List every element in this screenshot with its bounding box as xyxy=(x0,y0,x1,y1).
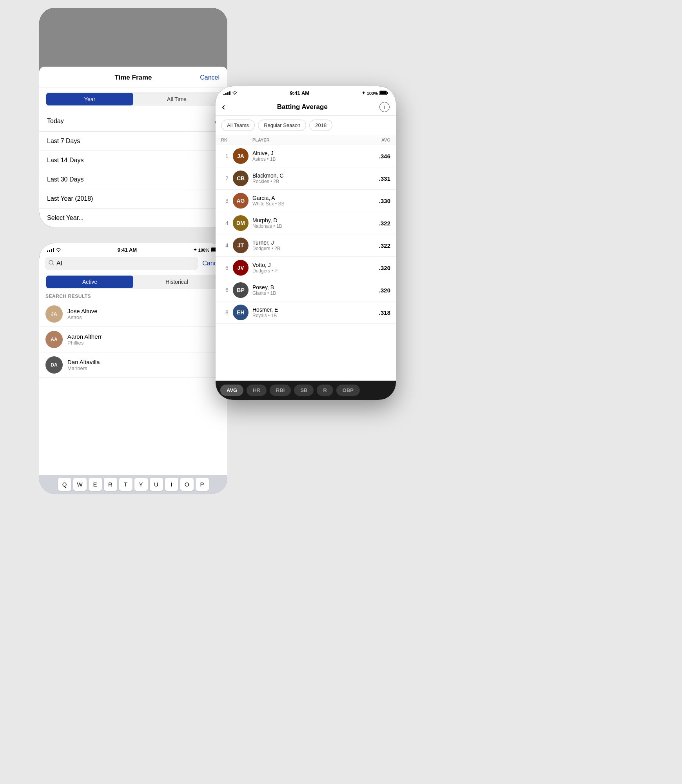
phone3-battery-percent: 100% xyxy=(367,91,378,96)
phone3-status-time: 9:41 AM xyxy=(290,90,309,96)
phone1-device: Time Frame Cancel Year All Time Today ✓ … xyxy=(39,8,227,227)
modal-title: Time Frame xyxy=(114,74,152,82)
stat-tab-avg[interactable]: AVG xyxy=(220,385,243,396)
filter-teams[interactable]: All Teams xyxy=(221,120,255,131)
stat-tab-sb[interactable]: SB xyxy=(294,385,314,396)
active-segment-button[interactable]: Active xyxy=(46,276,133,288)
player-row-6[interactable]: 6 JV Votto, J Dodgers • P .320 xyxy=(216,257,396,279)
svg-rect-6 xyxy=(387,92,388,94)
key-y[interactable]: Y xyxy=(134,478,148,491)
name-hosmer: Hosmer, E xyxy=(252,307,379,313)
timeframe-modal: Time Frame Cancel Year All Time Today ✓ … xyxy=(39,67,227,227)
player-avatar-altherr: AA xyxy=(45,331,63,348)
search-bar-row: Cancel xyxy=(39,254,227,272)
phone3-battery-icon xyxy=(379,91,388,96)
player-row-8[interactable]: 8 EH Hosmer, E Royals • 1B .318 xyxy=(216,301,396,324)
player-team-2: Phillies xyxy=(67,340,102,346)
svg-line-4 xyxy=(53,264,54,265)
info-button[interactable]: i xyxy=(379,102,390,112)
menu-item-7days[interactable]: Last 7 Days xyxy=(39,132,227,151)
phone3-status-bar: 9:41 AM ✦ 100% xyxy=(216,86,396,98)
col-avg: AVG xyxy=(381,138,390,142)
search-icon xyxy=(49,260,54,267)
search-results-label: SEARCH RESULTS xyxy=(39,289,227,301)
nav-bar: ‹ Batting Average i xyxy=(216,98,396,116)
year-segment-button[interactable]: Year xyxy=(46,93,133,105)
avatar-garcia: AG xyxy=(233,193,248,209)
name-votto: Votto, J xyxy=(252,262,379,268)
player-result-3[interactable]: DA Dan Altavilla Mariners xyxy=(39,352,227,378)
bluetooth-icon: ✦ xyxy=(193,247,197,252)
key-r[interactable]: R xyxy=(104,478,117,491)
avg-murphy: .322 xyxy=(379,220,390,227)
status-time: 9:41 AM xyxy=(118,247,137,253)
team-altuve: Astros • 1B xyxy=(252,156,379,162)
key-q[interactable]: Q xyxy=(58,478,71,491)
team-garcia: White Sox • SS xyxy=(252,201,379,207)
rank-1: 1 xyxy=(221,153,233,159)
filter-year[interactable]: 2018 xyxy=(309,120,332,131)
key-e[interactable]: E xyxy=(89,478,102,491)
battery-percent: 100% xyxy=(198,248,209,252)
menu-item-14days[interactable]: Last 14 Days xyxy=(39,151,227,170)
team-blackmon: Rockies • 2B xyxy=(252,179,379,184)
filter-season[interactable]: Regular Season xyxy=(258,120,306,131)
team-posey: Giants • 1B xyxy=(252,290,379,296)
stat-tab-hr[interactable]: HR xyxy=(247,385,267,396)
player-name-3: Dan Altavilla xyxy=(67,359,100,365)
rank-8: 8 xyxy=(221,309,233,316)
player-result-2[interactable]: AA Aaron Altherr Phillies xyxy=(39,327,227,352)
key-o[interactable]: O xyxy=(180,478,194,491)
player-name-2: Aaron Altherr xyxy=(67,333,102,340)
player-row-3[interactable]: 3 AG Garcia, A White Sox • SS .330 xyxy=(216,190,396,212)
search-input[interactable] xyxy=(56,260,194,267)
name-posey: Posey, B xyxy=(252,284,379,290)
search-input-wrap[interactable] xyxy=(45,257,198,270)
phone3-wifi-icon xyxy=(232,91,238,96)
team-murphy: Nationals • 1B xyxy=(252,223,379,229)
name-murphy: Murphy, D xyxy=(252,217,379,223)
phone3-screen: 9:41 AM ✦ 100% ‹ Batting Average i All T… xyxy=(216,86,396,400)
back-button[interactable]: ‹ xyxy=(222,101,225,113)
player-row-5[interactable]: 4 JT Turner, J Dodgers • 2B .322 xyxy=(216,234,396,257)
col-player: PLAYER xyxy=(233,138,381,142)
stat-tab-r[interactable]: R xyxy=(317,385,333,396)
player-row-7[interactable]: 6 BP Posey, B Giants • 1B .320 xyxy=(216,279,396,301)
avatar-murphy: DM xyxy=(233,215,248,231)
key-w[interactable]: W xyxy=(73,478,87,491)
player-row-2[interactable]: 2 CB Blackmon, C Rockies • 2B .331 xyxy=(216,167,396,190)
key-i[interactable]: I xyxy=(165,478,178,491)
phone1-screen: Time Frame Cancel Year All Time Today ✓ … xyxy=(39,8,227,227)
rank-4a: 4 xyxy=(221,220,233,226)
alltime-segment-button[interactable]: All Time xyxy=(133,93,220,105)
player-name-1: Jose Altuve xyxy=(67,308,98,314)
cancel-button[interactable]: Cancel xyxy=(200,74,219,81)
key-t[interactable]: T xyxy=(119,478,132,491)
player-row-4[interactable]: 4 DM Murphy, D Nationals • 1B .322 xyxy=(216,212,396,234)
menu-item-30days[interactable]: Last 30 Days xyxy=(39,170,227,189)
active-historical-segment: Active Historical xyxy=(45,275,221,289)
key-p[interactable]: P xyxy=(196,478,209,491)
keyboard: Q W E R T Y U I O P xyxy=(39,475,227,494)
name-garcia: Garcia, A xyxy=(252,195,379,201)
keyboard-row1: Q W E R T Y U I O P xyxy=(41,478,226,491)
name-turner: Turner, J xyxy=(252,240,379,246)
avatar-turner: JT xyxy=(233,238,248,253)
phone3-device: 9:41 AM ✦ 100% ‹ Batting Average i All T… xyxy=(216,86,396,400)
avg-garcia: .330 xyxy=(379,198,390,204)
wifi-icon xyxy=(56,248,61,252)
player-row-1[interactable]: 1 JA Altuve, J Astros • 1B .346 xyxy=(216,145,396,167)
stat-tab-obp[interactable]: OBP xyxy=(336,385,360,396)
menu-item-today[interactable]: Today ✓ xyxy=(39,111,227,132)
stat-tab-rbi[interactable]: RBI xyxy=(270,385,291,396)
key-u[interactable]: U xyxy=(150,478,163,491)
phone3-signal-icon xyxy=(223,91,230,95)
player-result-1[interactable]: JA Jose Altuve Astros xyxy=(39,301,227,327)
name-altuve: Altuve, J xyxy=(252,150,379,156)
menu-item-selectyear[interactable]: Select Year... xyxy=(39,209,227,227)
menu-item-lastyear[interactable]: Last Year (2018) xyxy=(39,189,227,209)
col-rank: RK xyxy=(221,138,233,142)
team-turner: Dodgers • 2B xyxy=(252,246,379,251)
modal-header: Time Frame Cancel xyxy=(39,67,227,87)
historical-segment-button[interactable]: Historical xyxy=(133,276,220,288)
